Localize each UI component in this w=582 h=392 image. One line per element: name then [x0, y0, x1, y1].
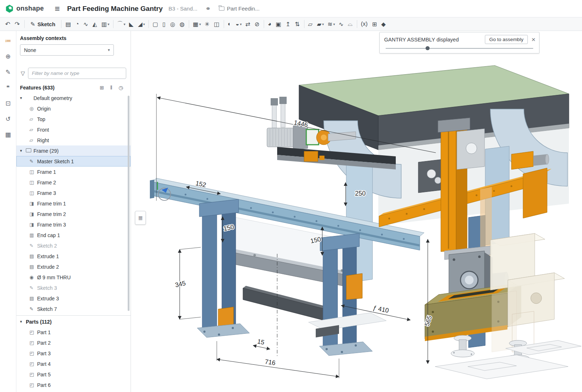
- rollback-pause-icon[interactable]: ‖: [107, 85, 116, 91]
- derived-icon[interactable]: ⊞: [370, 19, 379, 29]
- feature-tree-item[interactable]: ◫ Frame 2: [16, 177, 131, 188]
- part-list-item[interactable]: ◰ Part 3: [16, 348, 131, 359]
- projected-curve-icon[interactable]: ⌓: [346, 19, 355, 29]
- feature-tree-item[interactable]: ◨ Frame trim 1: [16, 198, 131, 209]
- plane-icon[interactable]: ▱: [306, 19, 315, 29]
- feature-tree-item[interactable]: ▱ Front: [16, 124, 131, 135]
- shell-icon[interactable]: ▢: [151, 19, 160, 29]
- 3d-viewport[interactable]: 1446 152 250 150 150 345 ƒ 410 565 15 71…: [131, 31, 582, 392]
- filter-input[interactable]: [28, 68, 126, 79]
- tool-icon: ⌒: [117, 20, 123, 28]
- close-icon[interactable]: ×: [531, 36, 535, 43]
- move-face-icon[interactable]: ↥: [284, 19, 293, 29]
- feature-list-flyout-button[interactable]: ≣: [135, 211, 146, 225]
- loft-icon[interactable]: ◭: [91, 19, 99, 29]
- redo-button[interactable]: ↷: [12, 19, 22, 29]
- boolean-icon[interactable]: ◐: [226, 19, 234, 29]
- rollback-slider[interactable]: [386, 48, 533, 49]
- help-cube-icon[interactable]: ⊡: [3, 99, 13, 108]
- replace-face-icon[interactable]: ⇅: [293, 19, 302, 29]
- feature-label: End cap 1: [37, 232, 60, 238]
- feature-tree-item[interactable]: ✎ Sketch 2: [16, 240, 131, 251]
- feature-tree-item[interactable]: ▱ Right: [16, 135, 131, 145]
- linear-pattern-icon[interactable]: ▦ ▾: [191, 19, 203, 29]
- go-to-assembly-button[interactable]: Go to assembly: [485, 35, 528, 44]
- rib-icon[interactable]: ▯: [161, 19, 168, 29]
- part-list-item[interactable]: ◰ Part 5: [16, 369, 131, 380]
- create-folder-icon[interactable]: ⊞: [97, 85, 107, 91]
- feature-tree-item[interactable]: ◨ Frame trim 3: [16, 219, 131, 230]
- transform-icon[interactable]: ⇄: [243, 19, 252, 29]
- split-icon[interactable]: ◒ ▾: [234, 19, 244, 29]
- chevron-down-icon[interactable]: ▾: [20, 319, 26, 324]
- comments-icon[interactable]: ❝: [3, 83, 13, 92]
- mirror-icon[interactable]: ◫: [212, 19, 222, 29]
- feature-tree-item[interactable]: ▥ End cap 1: [16, 230, 131, 240]
- history-icon[interactable]: ↺: [3, 114, 13, 124]
- draft-icon[interactable]: ◢ ▾: [136, 19, 147, 29]
- chevron-down-icon[interactable]: ▾: [20, 96, 26, 100]
- feature-tree-item[interactable]: ✎ Sketch 3: [16, 283, 131, 293]
- feature-tree-item[interactable]: ▱ Top: [16, 114, 131, 124]
- sketch-button[interactable]: ✎ Sketch: [27, 19, 59, 29]
- link-icon[interactable]: ⚭: [206, 5, 211, 13]
- rollback-slider-handle[interactable]: [426, 46, 430, 50]
- feature-icon: ✎: [29, 306, 37, 312]
- feature-icon: ◨: [29, 211, 37, 217]
- onshape-logo[interactable]: onshape: [5, 4, 44, 13]
- part-list-item[interactable]: ◰ Part 1: [16, 327, 131, 337]
- extrude-icon[interactable]: ▤: [64, 19, 73, 29]
- delete-part-icon[interactable]: ⊘: [253, 19, 262, 29]
- feature-tree-item[interactable]: ◨ Frame trim 2: [16, 209, 131, 219]
- helix-icon[interactable]: ≋ ▾: [326, 19, 336, 29]
- document-tab[interactable]: Part Feedin...: [219, 5, 260, 12]
- appearance-icon[interactable]: ✎: [3, 67, 13, 77]
- context-dropdown[interactable]: None ▾: [20, 44, 114, 56]
- tool-icon: ◭: [92, 21, 97, 28]
- fit-spline-icon[interactable]: ∿: [337, 19, 346, 29]
- thicken-icon[interactable]: ▥ ▾: [100, 19, 111, 29]
- part-list-item[interactable]: ◰ Part 6: [16, 380, 131, 390]
- filter-funnel-icon[interactable]: ▽: [21, 70, 25, 77]
- hamburger-menu-icon[interactable]: ≡: [55, 4, 60, 14]
- variable-icon[interactable]: (x): [359, 19, 370, 29]
- fillet-icon[interactable]: ⌒ ▾: [115, 19, 127, 29]
- feature-list-icon[interactable]: ≔: [3, 36, 13, 45]
- feature-tree-item[interactable]: ▾ Frame (29): [16, 145, 131, 156]
- leg-bracket-orange[interactable]: [346, 273, 362, 300]
- chevron-down-icon[interactable]: ▾: [20, 148, 26, 153]
- part-list-item[interactable]: ◰ Part 4: [16, 359, 131, 369]
- thread-icon[interactable]: ◍: [178, 19, 187, 29]
- offset-surface-icon[interactable]: ▰ ▾: [315, 19, 326, 29]
- feature-tree-item[interactable]: ▤ Extrude 2: [16, 261, 131, 272]
- feature-tree-item[interactable]: ▾ Default geometry: [16, 93, 131, 103]
- insert-icon[interactable]: ⊕: [3, 52, 13, 61]
- feature-label: Extrude 3: [37, 296, 59, 301]
- circular-pattern-icon[interactable]: ✳: [203, 19, 212, 29]
- tables-icon[interactable]: ▦: [3, 130, 13, 139]
- delete-face-icon[interactable]: ▣: [274, 19, 284, 29]
- part-icon: ◰: [29, 340, 37, 345]
- feature-tree-item[interactable]: ◉ Ø 9 mm THRU: [16, 272, 131, 283]
- sweep-icon[interactable]: ∿: [81, 19, 91, 29]
- feature-tree-item[interactable]: ▤ Extrude 3: [16, 293, 131, 304]
- parts-header[interactable]: ▾ Parts (112): [16, 316, 131, 327]
- hole-icon[interactable]: ◎: [168, 19, 178, 29]
- document-title[interactable]: Part Feeding Machine Gantry: [67, 5, 163, 13]
- feature-tree-item[interactable]: ▤ Extrude 1: [16, 251, 131, 261]
- revolve-icon[interactable]: ◔: [73, 19, 81, 29]
- feature-tree-item[interactable]: ✎ Master Sketch 1: [16, 156, 131, 167]
- feature-tree-item[interactable]: ◫ Frame 3: [16, 188, 131, 198]
- feature-tree-scrollbar[interactable]: [128, 96, 129, 311]
- part-list-item[interactable]: ◰ Part 2: [16, 337, 131, 348]
- regen-time-icon[interactable]: ◷: [116, 85, 125, 91]
- feature-tree-item[interactable]: ◫ Frame 1: [16, 167, 131, 177]
- undo-button[interactable]: ↶: [3, 19, 12, 29]
- chamfer-icon[interactable]: ◣: [127, 19, 136, 29]
- feature-tree-item[interactable]: ✎ Sketch 7: [16, 304, 131, 314]
- modify-fillet-icon[interactable]: ◕: [266, 19, 274, 29]
- tag-icon[interactable]: ◆: [379, 19, 388, 29]
- tool-icon: ⊞: [372, 21, 377, 28]
- feature-tree-item[interactable]: ◎ Origin: [16, 103, 131, 114]
- graphics-area[interactable]: 1446 152 250 150 150 345 ƒ 410 565 15 71…: [131, 31, 582, 392]
